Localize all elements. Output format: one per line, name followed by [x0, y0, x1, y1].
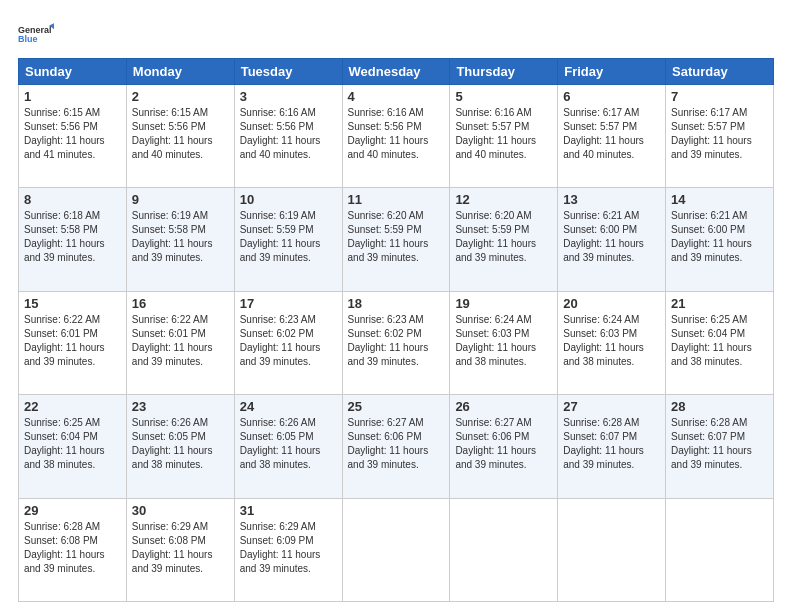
- day-number: 9: [132, 192, 229, 207]
- day-info: Sunrise: 6:28 AMSunset: 6:07 PMDaylight:…: [671, 417, 752, 470]
- day-info: Sunrise: 6:27 AMSunset: 6:06 PMDaylight:…: [455, 417, 536, 470]
- day-info: Sunrise: 6:17 AMSunset: 5:57 PMDaylight:…: [563, 107, 644, 160]
- day-number: 31: [240, 503, 337, 518]
- calendar-cell: 20 Sunrise: 6:24 AMSunset: 6:03 PMDaylig…: [558, 291, 666, 394]
- calendar-cell: 7 Sunrise: 6:17 AMSunset: 5:57 PMDayligh…: [666, 85, 774, 188]
- day-number: 20: [563, 296, 660, 311]
- day-number: 18: [348, 296, 445, 311]
- calendar-cell: 24 Sunrise: 6:26 AMSunset: 6:05 PMDaylig…: [234, 395, 342, 498]
- calendar-cell: 10 Sunrise: 6:19 AMSunset: 5:59 PMDaylig…: [234, 188, 342, 291]
- calendar-header-wednesday: Wednesday: [342, 59, 450, 85]
- day-number: 21: [671, 296, 768, 311]
- calendar-cell: 29 Sunrise: 6:28 AMSunset: 6:08 PMDaylig…: [19, 498, 127, 601]
- day-number: 15: [24, 296, 121, 311]
- calendar-cell: 23 Sunrise: 6:26 AMSunset: 6:05 PMDaylig…: [126, 395, 234, 498]
- calendar-cell: 5 Sunrise: 6:16 AMSunset: 5:57 PMDayligh…: [450, 85, 558, 188]
- calendar-cell: 17 Sunrise: 6:23 AMSunset: 6:02 PMDaylig…: [234, 291, 342, 394]
- day-number: 1: [24, 89, 121, 104]
- day-number: 16: [132, 296, 229, 311]
- calendar-week-5: 29 Sunrise: 6:28 AMSunset: 6:08 PMDaylig…: [19, 498, 774, 601]
- calendar-cell: 25 Sunrise: 6:27 AMSunset: 6:06 PMDaylig…: [342, 395, 450, 498]
- calendar-cell: 14 Sunrise: 6:21 AMSunset: 6:00 PMDaylig…: [666, 188, 774, 291]
- calendar-cell: 18 Sunrise: 6:23 AMSunset: 6:02 PMDaylig…: [342, 291, 450, 394]
- day-number: 6: [563, 89, 660, 104]
- day-info: Sunrise: 6:29 AMSunset: 6:08 PMDaylight:…: [132, 521, 213, 574]
- day-info: Sunrise: 6:18 AMSunset: 5:58 PMDaylight:…: [24, 210, 105, 263]
- day-number: 24: [240, 399, 337, 414]
- day-number: 27: [563, 399, 660, 414]
- day-number: 29: [24, 503, 121, 518]
- day-info: Sunrise: 6:26 AMSunset: 6:05 PMDaylight:…: [240, 417, 321, 470]
- calendar-cell: 8 Sunrise: 6:18 AMSunset: 5:58 PMDayligh…: [19, 188, 127, 291]
- header: General Blue: [18, 16, 774, 52]
- day-number: 3: [240, 89, 337, 104]
- day-info: Sunrise: 6:19 AMSunset: 5:58 PMDaylight:…: [132, 210, 213, 263]
- day-info: Sunrise: 6:21 AMSunset: 6:00 PMDaylight:…: [563, 210, 644, 263]
- page: General Blue SundayMondayTuesdayWednesda…: [0, 0, 792, 612]
- calendar-week-4: 22 Sunrise: 6:25 AMSunset: 6:04 PMDaylig…: [19, 395, 774, 498]
- day-info: Sunrise: 6:23 AMSunset: 6:02 PMDaylight:…: [348, 314, 429, 367]
- day-number: 25: [348, 399, 445, 414]
- calendar-header-saturday: Saturday: [666, 59, 774, 85]
- day-info: Sunrise: 6:23 AMSunset: 6:02 PMDaylight:…: [240, 314, 321, 367]
- calendar-cell: 22 Sunrise: 6:25 AMSunset: 6:04 PMDaylig…: [19, 395, 127, 498]
- calendar-cell: 1 Sunrise: 6:15 AMSunset: 5:56 PMDayligh…: [19, 85, 127, 188]
- day-number: 28: [671, 399, 768, 414]
- calendar-week-3: 15 Sunrise: 6:22 AMSunset: 6:01 PMDaylig…: [19, 291, 774, 394]
- day-info: Sunrise: 6:17 AMSunset: 5:57 PMDaylight:…: [671, 107, 752, 160]
- day-info: Sunrise: 6:26 AMSunset: 6:05 PMDaylight:…: [132, 417, 213, 470]
- calendar-cell: 3 Sunrise: 6:16 AMSunset: 5:56 PMDayligh…: [234, 85, 342, 188]
- day-number: 26: [455, 399, 552, 414]
- calendar-cell: 30 Sunrise: 6:29 AMSunset: 6:08 PMDaylig…: [126, 498, 234, 601]
- calendar-header-monday: Monday: [126, 59, 234, 85]
- calendar-cell: 12 Sunrise: 6:20 AMSunset: 5:59 PMDaylig…: [450, 188, 558, 291]
- day-info: Sunrise: 6:28 AMSunset: 6:08 PMDaylight:…: [24, 521, 105, 574]
- calendar-header-sunday: Sunday: [19, 59, 127, 85]
- day-info: Sunrise: 6:27 AMSunset: 6:06 PMDaylight:…: [348, 417, 429, 470]
- calendar-cell: [666, 498, 774, 601]
- day-info: Sunrise: 6:24 AMSunset: 6:03 PMDaylight:…: [455, 314, 536, 367]
- day-info: Sunrise: 6:25 AMSunset: 6:04 PMDaylight:…: [24, 417, 105, 470]
- calendar-header-row: SundayMondayTuesdayWednesdayThursdayFrid…: [19, 59, 774, 85]
- calendar-week-2: 8 Sunrise: 6:18 AMSunset: 5:58 PMDayligh…: [19, 188, 774, 291]
- calendar-cell: 28 Sunrise: 6:28 AMSunset: 6:07 PMDaylig…: [666, 395, 774, 498]
- day-info: Sunrise: 6:15 AMSunset: 5:56 PMDaylight:…: [132, 107, 213, 160]
- calendar-header-friday: Friday: [558, 59, 666, 85]
- calendar-cell: 26 Sunrise: 6:27 AMSunset: 6:06 PMDaylig…: [450, 395, 558, 498]
- calendar-cell: 27 Sunrise: 6:28 AMSunset: 6:07 PMDaylig…: [558, 395, 666, 498]
- day-number: 13: [563, 192, 660, 207]
- logo: General Blue: [18, 16, 54, 52]
- day-info: Sunrise: 6:20 AMSunset: 5:59 PMDaylight:…: [455, 210, 536, 263]
- day-number: 23: [132, 399, 229, 414]
- day-info: Sunrise: 6:19 AMSunset: 5:59 PMDaylight:…: [240, 210, 321, 263]
- day-number: 4: [348, 89, 445, 104]
- calendar-header-thursday: Thursday: [450, 59, 558, 85]
- day-info: Sunrise: 6:16 AMSunset: 5:56 PMDaylight:…: [240, 107, 321, 160]
- day-info: Sunrise: 6:16 AMSunset: 5:56 PMDaylight:…: [348, 107, 429, 160]
- calendar-cell: 9 Sunrise: 6:19 AMSunset: 5:58 PMDayligh…: [126, 188, 234, 291]
- calendar-cell: [558, 498, 666, 601]
- day-info: Sunrise: 6:28 AMSunset: 6:07 PMDaylight:…: [563, 417, 644, 470]
- calendar-header-tuesday: Tuesday: [234, 59, 342, 85]
- day-number: 2: [132, 89, 229, 104]
- day-number: 7: [671, 89, 768, 104]
- day-info: Sunrise: 6:16 AMSunset: 5:57 PMDaylight:…: [455, 107, 536, 160]
- day-info: Sunrise: 6:24 AMSunset: 6:03 PMDaylight:…: [563, 314, 644, 367]
- day-info: Sunrise: 6:20 AMSunset: 5:59 PMDaylight:…: [348, 210, 429, 263]
- day-info: Sunrise: 6:21 AMSunset: 6:00 PMDaylight:…: [671, 210, 752, 263]
- svg-text:Blue: Blue: [18, 34, 38, 44]
- calendar-cell: 21 Sunrise: 6:25 AMSunset: 6:04 PMDaylig…: [666, 291, 774, 394]
- day-number: 5: [455, 89, 552, 104]
- day-number: 8: [24, 192, 121, 207]
- day-number: 22: [24, 399, 121, 414]
- day-number: 17: [240, 296, 337, 311]
- calendar-cell: 11 Sunrise: 6:20 AMSunset: 5:59 PMDaylig…: [342, 188, 450, 291]
- day-info: Sunrise: 6:15 AMSunset: 5:56 PMDaylight:…: [24, 107, 105, 160]
- calendar-table: SundayMondayTuesdayWednesdayThursdayFrid…: [18, 58, 774, 602]
- day-number: 11: [348, 192, 445, 207]
- calendar-cell: [450, 498, 558, 601]
- calendar-cell: 15 Sunrise: 6:22 AMSunset: 6:01 PMDaylig…: [19, 291, 127, 394]
- day-info: Sunrise: 6:22 AMSunset: 6:01 PMDaylight:…: [132, 314, 213, 367]
- calendar-cell: 19 Sunrise: 6:24 AMSunset: 6:03 PMDaylig…: [450, 291, 558, 394]
- calendar-cell: 6 Sunrise: 6:17 AMSunset: 5:57 PMDayligh…: [558, 85, 666, 188]
